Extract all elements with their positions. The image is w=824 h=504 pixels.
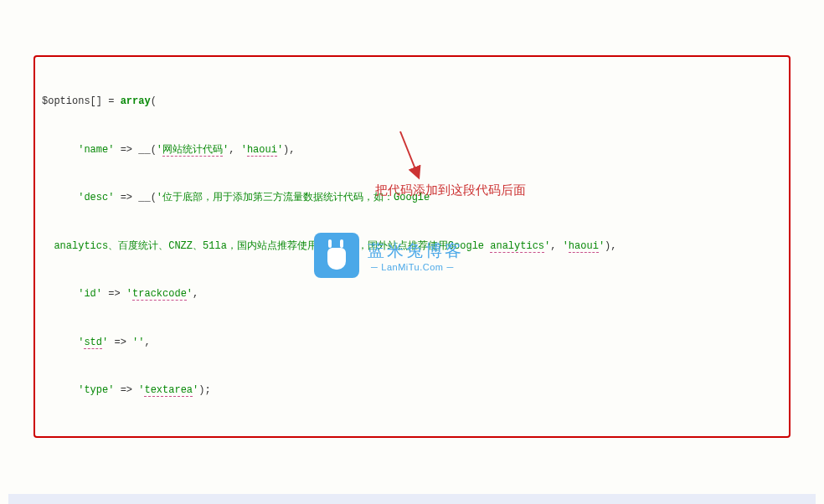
code-line: 'std' => '', (42, 335, 782, 351)
watermark-text-group: 蓝米兔博客 LanMiTu.Com (368, 239, 464, 272)
svg-line-1 (400, 131, 417, 173)
code-line: 'type' => 'textarea'); (42, 383, 782, 399)
watermark-subtitle: LanMiTu.Com (368, 262, 464, 272)
annotation-text: 把代码添加到这段代码后面 (375, 183, 526, 198)
watermark-title: 蓝米兔博客 (368, 239, 464, 262)
code-line: $options[] = array( (42, 94, 782, 110)
highlighted-line: //======================================… (8, 494, 816, 504)
watermark: 蓝米兔博客 LanMiTu.Com (314, 233, 464, 278)
watermark-logo-icon (314, 233, 359, 278)
annotation-arrow-icon (394, 127, 427, 186)
code-line: 'id' => 'trackcode', (42, 286, 782, 302)
